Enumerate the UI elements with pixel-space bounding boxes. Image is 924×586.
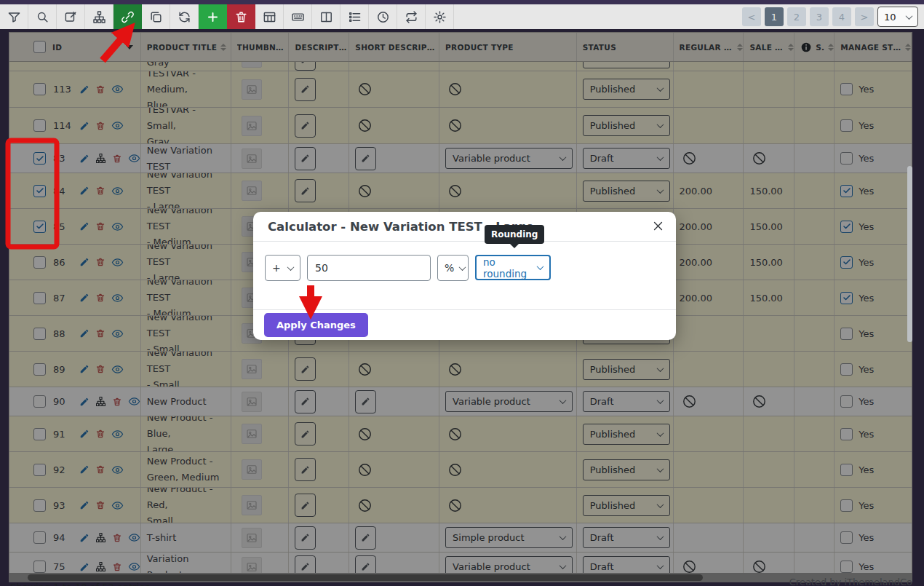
modal-header: Calculator - New Variation TEST - Large <box>253 212 676 242</box>
unit-value: % <box>445 262 454 274</box>
search-icon <box>36 10 49 24</box>
rounding-select[interactable]: no rounding <box>475 255 551 280</box>
table-icon <box>263 10 276 24</box>
chevron-down-icon <box>287 264 295 271</box>
bulk-edit-button[interactable] <box>57 4 85 29</box>
add-new-button[interactable] <box>199 4 227 29</box>
modal-body: + % no rounding <box>253 242 676 309</box>
delete-button[interactable] <box>227 4 255 29</box>
delete-icon <box>234 10 248 24</box>
reload-icon <box>405 10 418 24</box>
variations-tree-icon <box>92 10 106 24</box>
duplicate-button[interactable] <box>142 4 170 29</box>
page-button-4[interactable]: 4 <box>832 7 851 26</box>
next-page-button[interactable]: > <box>855 7 874 26</box>
unit-select[interactable]: % <box>437 255 469 281</box>
page-button-2[interactable]: 2 <box>787 7 806 26</box>
chevron-down-icon <box>537 263 544 270</box>
modal-footer: Apply Changes <box>253 309 676 340</box>
prev-page-button[interactable]: < <box>742 7 761 26</box>
search-button[interactable] <box>28 4 57 29</box>
calculator-modal: Calculator - New Variation TEST - Large … <box>253 212 676 340</box>
operator-value: + <box>272 262 281 274</box>
options-button[interactable] <box>340 4 369 29</box>
settings-icon <box>433 10 447 24</box>
columns-icon <box>319 10 333 24</box>
duplicate-icon <box>149 10 163 24</box>
filter-button[interactable] <box>0 4 28 29</box>
calc-value-input[interactable] <box>307 255 431 281</box>
bind-edit-icon <box>121 10 135 24</box>
options-icon <box>348 10 362 24</box>
settings-button[interactable] <box>426 4 454 29</box>
apply-changes-button[interactable]: Apply Changes <box>264 313 368 337</box>
add-new-icon <box>206 10 220 24</box>
chevron-down-icon <box>906 12 913 20</box>
table-button[interactable] <box>255 4 284 29</box>
pagination: <1234>10 <box>742 7 918 26</box>
rounding-value: no rounding <box>483 256 532 280</box>
filter-icon <box>7 10 21 24</box>
close-icon <box>652 220 664 232</box>
page-button-1[interactable]: 1 <box>765 7 784 26</box>
close-icon[interactable] <box>652 220 664 232</box>
sync-icon <box>178 10 191 24</box>
bulk-edit-icon <box>64 10 78 24</box>
bulk-products-editor-window: { "colors": { "accent_purple": "#6b4fd8"… <box>0 0 924 586</box>
meta-fields-icon <box>291 10 305 24</box>
sync-button[interactable] <box>170 4 199 29</box>
history-button[interactable] <box>369 4 397 29</box>
meta-fields-button[interactable] <box>284 4 312 29</box>
page-size-value: 10 <box>884 12 896 23</box>
bind-edit-button[interactable] <box>113 4 142 29</box>
page-button-3[interactable]: 3 <box>810 7 829 26</box>
operator-select[interactable]: + <box>265 255 300 281</box>
reload-button[interactable] <box>397 4 426 29</box>
history-icon <box>376 10 390 24</box>
chevron-down-icon <box>459 264 466 271</box>
rounding-tooltip: Rounding <box>485 225 544 244</box>
columns-button[interactable] <box>312 4 340 29</box>
vertical-scrollbar[interactable] <box>907 166 912 342</box>
variations-tree-button[interactable] <box>85 4 113 29</box>
page-size-select[interactable]: 10 <box>877 7 918 27</box>
